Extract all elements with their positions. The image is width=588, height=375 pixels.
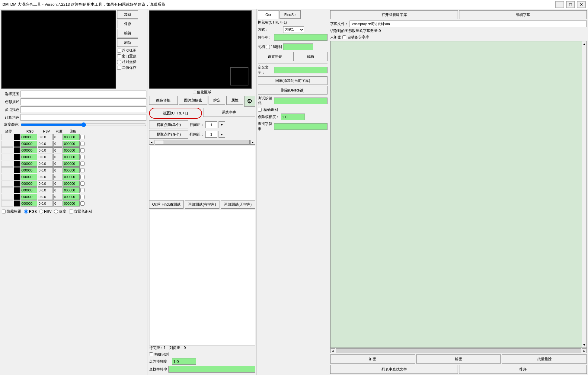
- hsv-field[interactable]: [38, 187, 53, 193]
- text-result-area[interactable]: [149, 146, 255, 200]
- row-spacing-input[interactable]: [205, 121, 217, 128]
- delete-button[interactable]: 删除(Delete键): [258, 86, 328, 95]
- img-encrypt-button[interactable]: 图片加解密: [179, 96, 208, 105]
- maximize-button[interactable]: □: [566, 1, 575, 8]
- hsv-field[interactable]: [38, 181, 53, 187]
- sys-lib-button[interactable]: 系统字库: [203, 108, 255, 117]
- rgb-field[interactable]: [21, 161, 37, 167]
- hex16-checkbox[interactable]: [266, 45, 270, 49]
- radio-hsv[interactable]: HSV: [39, 210, 52, 214]
- bias-field[interactable]: [63, 141, 80, 147]
- find-char-input[interactable]: [168, 366, 255, 373]
- define-text-input[interactable]: [274, 67, 328, 73]
- test-key-input[interactable]: [274, 98, 328, 104]
- calc-avg-input[interactable]: [21, 114, 146, 121]
- bias-field[interactable]: [63, 161, 80, 167]
- hide-title-check[interactable]: 隐藏标题: [2, 209, 21, 214]
- binary-save-check[interactable]: 二值保存: [117, 65, 138, 70]
- bias-field[interactable]: [63, 167, 80, 173]
- h-scroll-right[interactable]: ►: [582, 348, 587, 353]
- row-checkbox[interactable]: [80, 175, 85, 179]
- rgb-field[interactable]: [21, 141, 37, 147]
- rgb-field[interactable]: [21, 200, 37, 207]
- precise-checkbox[interactable]: [149, 352, 153, 356]
- hsv-radio[interactable]: [39, 210, 43, 213]
- dot-matrix-input[interactable]: [172, 358, 196, 365]
- edit-lib-button[interactable]: 编辑字库: [459, 10, 587, 19]
- bg-color-check[interactable]: 背景色识别: [69, 209, 92, 214]
- gray-field[interactable]: [53, 181, 62, 187]
- gray-field[interactable]: [53, 134, 62, 140]
- hsv-field[interactable]: [38, 167, 53, 173]
- set-hotkey-button[interactable]: 设置热键: [258, 52, 292, 61]
- relative-coord-checkbox[interactable]: [117, 60, 121, 64]
- hsv-field[interactable]: [38, 161, 53, 167]
- row-spacing-dropdown[interactable]: ▼: [219, 121, 225, 128]
- row-checkbox[interactable]: [80, 188, 85, 192]
- add-to-lib-button[interactable]: 回车(添加到当前字库): [258, 76, 328, 85]
- test-word-lib-button[interactable]: 词组测试(有字库): [185, 200, 219, 209]
- ocr-tab[interactable]: Ocr: [258, 10, 279, 19]
- gray-color-slider[interactable]: [21, 122, 146, 127]
- row-checkbox[interactable]: [80, 162, 85, 166]
- radio-rgb[interactable]: RGB: [24, 210, 37, 214]
- row-checkbox[interactable]: [80, 148, 85, 152]
- gray-field[interactable]: [53, 154, 62, 160]
- scroll-left-btn[interactable]: ◄: [149, 140, 154, 145]
- decrypt-button[interactable]: 解密: [416, 354, 501, 364]
- rgb-field[interactable]: [21, 147, 37, 153]
- rgb-field[interactable]: [21, 187, 37, 193]
- lib-scroll-down[interactable]: ▼: [582, 342, 587, 348]
- gray-field[interactable]: [53, 147, 62, 153]
- bias-field[interactable]: [63, 154, 80, 160]
- hsv-field[interactable]: [38, 174, 53, 180]
- edit-button[interactable]: 编辑: [117, 29, 138, 37]
- feature-input[interactable]: [274, 34, 328, 41]
- float-capture-check[interactable]: 浮动抓图: [117, 48, 138, 53]
- refresh-button[interactable]: 刷新: [117, 38, 138, 47]
- method-select[interactable]: 方式1: [283, 26, 304, 33]
- open-new-lib-button[interactable]: 打开或新建字库: [330, 10, 458, 19]
- row-checkbox[interactable]: [80, 135, 85, 139]
- window-top-checkbox[interactable]: [117, 54, 121, 58]
- test-word-no-lib-button[interactable]: 词组测试(无字库): [221, 200, 255, 209]
- hsv-field[interactable]: [38, 141, 53, 147]
- rgb-field[interactable]: [21, 167, 37, 173]
- find-in-list-button[interactable]: 列表中查找文字: [330, 365, 458, 374]
- test-ocr-findstr-button[interactable]: Ocr和FindStr测试: [149, 200, 184, 209]
- rgb-field[interactable]: [21, 194, 37, 200]
- close-button[interactable]: ✕: [577, 1, 586, 8]
- h-scroll-left[interactable]: ◄: [330, 348, 335, 353]
- rgb-field[interactable]: [21, 174, 37, 180]
- hsv-field[interactable]: [38, 147, 53, 153]
- h-scroll-track[interactable]: [336, 348, 581, 353]
- extract-multi-button[interactable]: 提取点阵(多个): [149, 130, 188, 139]
- gear-icon-box[interactable]: ⚙: [244, 96, 255, 107]
- relative-coord-check[interactable]: 相对坐标: [117, 59, 138, 65]
- scroll-right-btn[interactable]: ►: [250, 140, 255, 145]
- load-button[interactable]: 加载: [117, 10, 138, 19]
- color-desc-input[interactable]: [21, 98, 146, 105]
- bias-field[interactable]: [63, 174, 80, 180]
- findstr-tab[interactable]: FindStr: [280, 10, 301, 19]
- sort-button[interactable]: 排序: [459, 365, 587, 374]
- hide-title-checkbox[interactable]: [2, 210, 6, 213]
- rgb-field[interactable]: [21, 181, 37, 187]
- hsv-field[interactable]: [38, 194, 53, 200]
- capture-button[interactable]: 抓图(CTRL+1): [149, 108, 202, 119]
- gray-field[interactable]: [53, 141, 62, 147]
- recognize-checkbox[interactable]: [258, 108, 262, 112]
- row-checkbox[interactable]: [80, 142, 85, 146]
- radio-gray[interactable]: 灰度: [54, 209, 66, 214]
- result-area-2[interactable]: [149, 210, 255, 345]
- find-char-string-input[interactable]: [274, 123, 328, 130]
- gray-field[interactable]: [53, 187, 62, 193]
- multi-color-input[interactable]: [21, 106, 146, 113]
- handle-input[interactable]: [283, 43, 313, 50]
- rgb-field[interactable]: [21, 154, 37, 160]
- lib-scroll-up[interactable]: ▲: [582, 41, 587, 47]
- scroll-track[interactable]: [155, 140, 250, 145]
- hsv-field[interactable]: [38, 200, 53, 207]
- bind-button[interactable]: 绑定: [209, 96, 225, 105]
- hsv-field[interactable]: [38, 154, 53, 160]
